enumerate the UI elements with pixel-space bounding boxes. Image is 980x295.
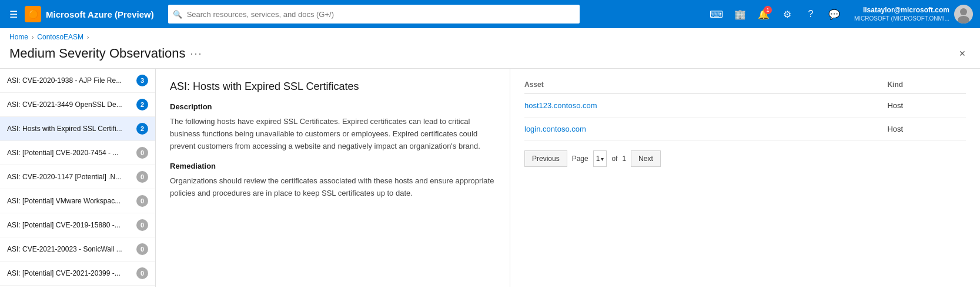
- list-item-badge: 3: [136, 75, 148, 86]
- total-pages: 1: [622, 155, 626, 163]
- list-item-label: ASI: Hosts with Expired SSL Certifi...: [7, 125, 132, 133]
- hamburger-menu[interactable]: ☰: [7, 6, 20, 22]
- cloud-shell-button[interactable]: ⌨: [706, 4, 727, 25]
- list-item-badge: 0: [136, 243, 148, 255]
- directory-button[interactable]: 🏢: [730, 4, 751, 25]
- list-item[interactable]: ASI: [Potential] CVE-2019-15880 -...0: [0, 213, 155, 237]
- search-input[interactable]: [168, 5, 580, 24]
- next-button[interactable]: Next: [631, 150, 661, 167]
- description-heading: Description: [170, 102, 496, 111]
- breadcrumb-home[interactable]: Home: [9, 33, 28, 41]
- table-row: host123.contoso.comHost: [524, 94, 966, 118]
- app-icon: 🟠: [25, 6, 41, 22]
- page-title: Medium Severity Observations: [9, 46, 186, 61]
- list-item-badge: 0: [136, 195, 148, 207]
- description-text: The following hosts have expired SSL Cer…: [170, 116, 496, 152]
- list-item-badge: 2: [136, 123, 148, 135]
- asset-link[interactable]: login.contoso.com: [524, 125, 586, 133]
- sidebar-list: ASI: CVE-2020-1938 - AJP File Re...3ASI:…: [0, 69, 156, 287]
- col-kind: Kind: [887, 76, 966, 94]
- of-label: of: [611, 155, 617, 163]
- page-select[interactable]: 1 ▾: [593, 150, 607, 167]
- asset-kind: Host: [887, 118, 966, 141]
- list-item[interactable]: ASI: [Potential] CVE-2020-7454 - ...0: [0, 141, 155, 165]
- close-button[interactable]: ✕: [954, 46, 971, 61]
- user-menu[interactable]: lisataylor@microsoft.com MICROSOFT (MICR…: [854, 5, 973, 24]
- app-title: Microsoft Azure (Preview): [46, 9, 154, 19]
- remediation-heading: Remediation: [170, 162, 496, 170]
- svg-point-1: [958, 16, 969, 24]
- list-item-badge: 0: [136, 171, 148, 183]
- search-container: 🔍: [168, 5, 580, 24]
- list-item[interactable]: ASI: CVE-2021-20023 - SonicWall ...0: [0, 237, 155, 262]
- breadcrumb-parent[interactable]: ContosoEASM: [37, 33, 83, 41]
- topbar: ☰ 🟠 Microsoft Azure (Preview) 🔍 ⌨ 🏢 🔔 1 …: [0, 0, 980, 28]
- feedback-button[interactable]: 💬: [824, 4, 845, 25]
- notifications-button[interactable]: 🔔 1: [753, 4, 774, 25]
- chevron-down-icon: ▾: [601, 156, 604, 162]
- asset-table: Asset Kind host123.contoso.comHostlogin.…: [524, 76, 966, 141]
- list-item-badge: 2: [136, 99, 148, 110]
- page-label: Page: [572, 155, 588, 163]
- topbar-actions: ⌨ 🏢 🔔 1 ⚙ ? 💬: [706, 4, 845, 25]
- list-item-label: ASI: [Potential] CVE-2020-7454 - ...: [7, 149, 132, 157]
- col-asset: Asset: [524, 76, 887, 94]
- user-name: lisataylor@microsoft.com: [854, 6, 949, 15]
- current-page: 1: [596, 155, 600, 163]
- list-item[interactable]: ASI: [Potential] VMware Workspac...0: [0, 189, 155, 213]
- user-tenant: MICROSOFT (MICROSOFT.ONMI...: [854, 15, 949, 22]
- detail-panel: ASI: Hosts with Expired SSL Certificates…: [156, 69, 510, 287]
- list-item[interactable]: ASI: CVE-2020-1147 [Potential] .N...0: [0, 165, 155, 189]
- asset-link[interactable]: host123.contoso.com: [524, 101, 597, 110]
- list-item[interactable]: ASI: CVE-2020-1938 - AJP File Re...3: [0, 69, 155, 93]
- search-icon: 🔍: [173, 10, 182, 19]
- table-row: login.contoso.comHost: [524, 118, 966, 141]
- help-button[interactable]: ?: [800, 4, 821, 25]
- list-item[interactable]: ASI: CVE-2021-3449 OpenSSL De...2: [0, 93, 155, 117]
- list-item-label: ASI: [Potential] CVE-2019-15880 -...: [7, 221, 132, 229]
- page-header: Medium Severity Observations ··· ✕: [0, 46, 980, 68]
- list-item[interactable]: ASI: Hosts with Expired SSL Certifi...2: [0, 117, 155, 141]
- list-item-label: ASI: CVE-2021-3449 OpenSSL De...: [7, 100, 132, 109]
- more-options-button[interactable]: ···: [190, 48, 203, 60]
- asset-panel: Asset Kind host123.contoso.comHostlogin.…: [510, 69, 980, 287]
- breadcrumb-sep2: ›: [87, 34, 89, 41]
- svg-point-0: [960, 8, 967, 15]
- breadcrumb-sep1: ›: [32, 34, 34, 41]
- list-item-label: ASI: [Potential] VMware Workspac...: [7, 197, 132, 205]
- detail-title: ASI: Hosts with Expired SSL Certificates: [170, 81, 496, 93]
- asset-kind: Host: [887, 94, 966, 118]
- main-container: ASI: CVE-2020-1938 - AJP File Re...3ASI:…: [0, 68, 980, 287]
- remediation-text: Organizations should review the certific…: [170, 175, 496, 200]
- notification-badge: 1: [764, 6, 772, 14]
- list-item-label: ASI: [Potential] CVE-2021-20399 -...: [7, 269, 132, 277]
- pagination: Previous Page 1 ▾ of 1 Next: [524, 150, 966, 167]
- list-item-badge: 0: [136, 219, 148, 231]
- breadcrumb: Home › ContosoEASM ›: [0, 28, 980, 46]
- list-item[interactable]: ASI: [Potential] CVE-2021-20399 -...0: [0, 262, 155, 286]
- list-item-badge: 0: [136, 267, 148, 279]
- avatar[interactable]: [954, 5, 973, 24]
- list-item-label: ASI: CVE-2020-1147 [Potential] .N...: [7, 173, 132, 181]
- settings-button[interactable]: ⚙: [777, 4, 798, 25]
- list-item-badge: 0: [136, 147, 148, 159]
- previous-button[interactable]: Previous: [524, 150, 567, 167]
- list-item-label: ASI: CVE-2021-20023 - SonicWall ...: [7, 245, 132, 253]
- list-item-label: ASI: CVE-2020-1938 - AJP File Re...: [7, 76, 132, 85]
